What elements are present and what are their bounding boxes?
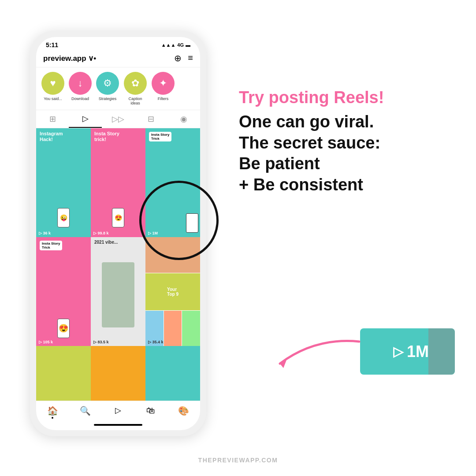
cell-views-1: ▷ 36 k — [39, 231, 51, 235]
pink-arrow — [271, 333, 368, 377]
phone-mockup: 5:11 ▲▲▲ 4G ▬ preview.app ∨• ⊕ ≡ — [30, 31, 206, 436]
story-label-4: Caption ideas — [123, 97, 147, 105]
tab-tv[interactable]: ▷▷ — [102, 110, 134, 128]
cell-title-5: 2021 vibe... — [94, 240, 118, 245]
story-label-2: Download — [71, 97, 89, 101]
collage-area: YourTop 9 — [145, 237, 200, 346]
menu-icon[interactable]: ≡ — [188, 53, 193, 63]
stories-row: ♥ You said... ↓ Download ⚙ Strategies ✿ … — [36, 67, 200, 110]
zoomed-play-icon: ▷ — [393, 344, 403, 359]
nav-profile[interactable]: 🎨 — [167, 405, 200, 419]
story-circle-5: ✦ — [152, 72, 175, 95]
status-icons: ▲▲▲ 4G ▬ — [161, 42, 190, 48]
text-line-4: + Be consistent — [239, 175, 363, 194]
story-circle-2: ↓ — [69, 72, 92, 95]
search-icon: 🔍 — [80, 405, 91, 416]
story-label-1: You said... — [44, 97, 62, 101]
mini-phone-1: 😜 — [57, 208, 70, 227]
nav-shop[interactable]: 🛍 — [134, 405, 167, 419]
status-bar: 5:11 ▲▲▲ 4G ▬ — [36, 37, 200, 50]
grid-cell-6[interactable]: YourTop 9 ▷ 35.4 k — [145, 237, 200, 346]
tab-reels[interactable]: ▷ — [69, 110, 101, 128]
grid-row-3 — [36, 346, 200, 401]
tab-profile[interactable]: ◉ — [167, 110, 200, 128]
ig-header-icons: ⊕ ≡ — [174, 53, 193, 63]
cell-label-4: Insta StoryTrick — [40, 241, 62, 250]
biker-image — [102, 262, 134, 327]
cell-views-2: ▷ 99.8 k — [93, 231, 109, 235]
zoomed-badge: ▷ 1M — [360, 328, 455, 375]
story-label-5: Filters — [158, 97, 169, 101]
phone-graphic-3 — [186, 213, 198, 233]
footer-text: THEPREVIEWAPP.COM — [198, 457, 278, 464]
zoomed-phone-corner — [428, 328, 455, 375]
grid-cell-3[interactable]: Insta StoryTrick ▷ 1M — [145, 128, 200, 237]
grid-cell-9[interactable] — [145, 346, 200, 401]
reels-icon: ▷ — [115, 405, 121, 415]
signal-icon: ▲▲▲ — [161, 42, 176, 48]
story-item-5[interactable]: ✦ Filters — [152, 72, 175, 105]
ig-header: preview.app ∨• ⊕ ≡ — [36, 50, 200, 67]
grid-cell-7[interactable] — [36, 346, 91, 401]
status-time: 5:11 — [46, 41, 58, 48]
home-icon: 🏠 — [47, 405, 58, 416]
nav-reels[interactable]: ▷ — [102, 405, 134, 419]
story-circle-1: ♥ — [41, 72, 64, 95]
shop-icon: 🛍 — [146, 405, 155, 416]
phone-home-bar — [36, 421, 200, 430]
story-circle-3: ⚙ — [96, 72, 119, 95]
story-item-2[interactable]: ↓ Download — [69, 72, 92, 105]
ig-username: preview.app ∨• — [43, 54, 96, 63]
tab-tagged[interactable]: ⊟ — [134, 110, 167, 128]
phone-nav: 🏠 🔍 ▷ 🛍 🎨 — [36, 401, 200, 421]
text-line-1: One can go viral. — [239, 112, 374, 131]
nav-search[interactable]: 🔍 — [69, 405, 101, 419]
main-text-block: One can go viral. The secret sauce: Be p… — [239, 112, 455, 195]
story-label-3: Strategies — [99, 97, 117, 101]
grid-row-2: Insta StoryTrick ▷ 105 k 😍 2021 vibe... … — [36, 237, 200, 346]
home-dot — [52, 417, 53, 419]
story-item-4[interactable]: ✿ Caption ideas — [123, 72, 147, 105]
profile-icon: 🎨 — [178, 405, 189, 416]
tab-grid[interactable]: ⊞ — [36, 110, 69, 128]
mini-phone-2: 😍 — [112, 208, 124, 227]
grid-container: InstagramHack! 😜 ▷ 36 k Insta Storytrick… — [36, 128, 200, 401]
phone-shell: 5:11 ▲▲▲ 4G ▬ preview.app ∨• ⊕ ≡ — [30, 31, 206, 436]
network-icon: 4G — [177, 42, 184, 48]
cell-views-6: ▷ 35.4 k — [148, 340, 164, 344]
battery-icon: ▬ — [186, 42, 190, 48]
zoomed-count: 1M — [407, 342, 429, 361]
grid-cell-5[interactable]: 2021 vibe... ▷ 83.5 k — [91, 237, 145, 346]
text-line-3: Be patient — [239, 154, 320, 173]
cell-views-4: ▷ 105 k — [39, 340, 53, 344]
text-line-2: The secret sauce: — [239, 134, 380, 152]
story-circle-4: ✿ — [124, 72, 147, 95]
cell-views-3: ▷ 1M — [148, 231, 158, 235]
ig-tabs: ⊞ ▷ ▷▷ ⊟ ◉ — [36, 110, 200, 128]
phone-screen: 5:11 ▲▲▲ 4G ▬ preview.app ∨• ⊕ ≡ — [36, 37, 200, 430]
cell-views-5: ▷ 83.5 k — [93, 340, 109, 344]
grid-row-1: InstagramHack! 😜 ▷ 36 k Insta Storytrick… — [36, 128, 200, 237]
page-wrapper: 5:11 ▲▲▲ 4G ▬ preview.app ∨• ⊕ ≡ — [0, 0, 476, 476]
mini-phone-4: 😍 — [57, 319, 70, 338]
grid-cell-8[interactable] — [91, 346, 145, 401]
add-post-icon[interactable]: ⊕ — [174, 53, 182, 63]
try-reels-heading: Try posting Reels! — [239, 88, 455, 107]
story-item-3[interactable]: ⚙ Strategies — [96, 72, 119, 105]
cell-title-1: InstagramHack! — [40, 131, 63, 142]
zoomed-badge-content: ▷ 1M — [386, 342, 429, 361]
cell-title-2: Insta Storytrick! — [94, 131, 119, 142]
home-bar-line — [94, 424, 142, 426]
right-content: Try posting Reels! One can go viral. The… — [239, 88, 455, 195]
grid-cell-4[interactable]: Insta StoryTrick ▷ 105 k 😍 — [36, 237, 91, 346]
story-item-1[interactable]: ♥ You said... — [41, 72, 64, 105]
cell-label-3: Insta StoryTrick — [149, 132, 171, 141]
nav-home[interactable]: 🏠 — [36, 405, 69, 419]
grid-cell-1[interactable]: InstagramHack! 😜 ▷ 36 k — [36, 128, 91, 237]
grid-cell-2[interactable]: Insta Storytrick! 😍 ▷ 99.8 k — [91, 128, 145, 237]
